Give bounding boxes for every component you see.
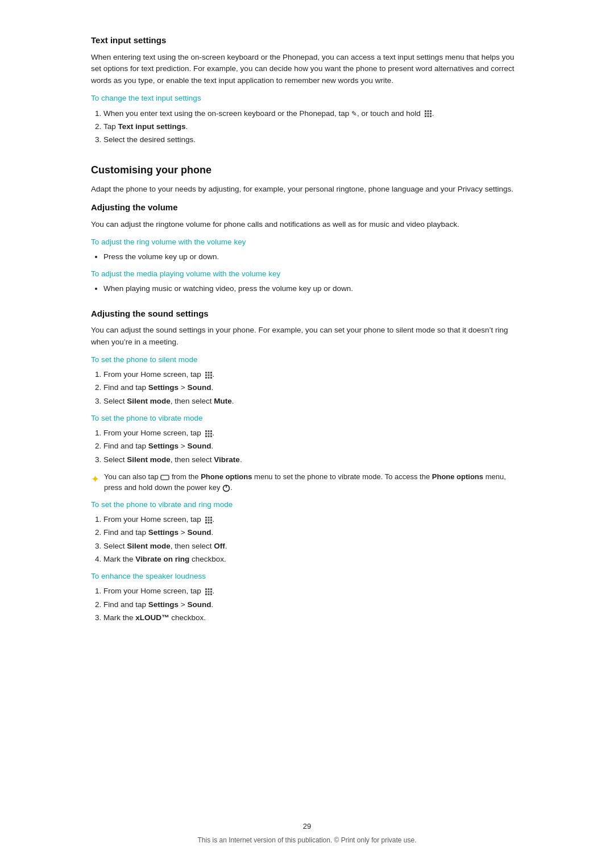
svg-rect-46 bbox=[210, 591, 212, 592]
adjusting-volume-subsection: Adjusting the volume You can adjust the … bbox=[91, 201, 523, 294]
tip-box: ✦ You can also tap from the Phone option… bbox=[91, 471, 523, 493]
tip-icon: ✦ bbox=[91, 472, 99, 487]
page-footer: 29 This is an Internet version of this p… bbox=[0, 821, 614, 846]
svg-rect-1 bbox=[427, 110, 429, 112]
svg-rect-9 bbox=[205, 372, 207, 373]
grid-icon bbox=[205, 516, 213, 524]
svg-rect-19 bbox=[208, 430, 209, 432]
pencil-icon: ✎ bbox=[351, 109, 357, 119]
svg-rect-49 bbox=[210, 593, 212, 595]
customising-phone-title: Customising your phone bbox=[91, 163, 523, 178]
adjusting-sound-body: You can adjust the sound settings in you… bbox=[91, 325, 523, 348]
text-input-settings-title: Text input settings bbox=[91, 34, 523, 47]
page: Text input settings When entering text u… bbox=[0, 0, 614, 868]
change-text-input-heading: To change the text input settings bbox=[91, 93, 523, 104]
svg-rect-6 bbox=[425, 115, 426, 117]
svg-rect-41 bbox=[205, 588, 207, 590]
svg-rect-7 bbox=[427, 115, 429, 117]
media-volume-bullets: When playing music or watching video, pr… bbox=[103, 283, 523, 294]
svg-rect-36 bbox=[208, 519, 209, 521]
power-key-icon bbox=[222, 484, 230, 492]
svg-rect-48 bbox=[208, 593, 209, 595]
svg-rect-34 bbox=[210, 517, 212, 518]
svg-rect-0 bbox=[425, 110, 426, 112]
svg-rect-38 bbox=[205, 522, 207, 524]
grid-icon bbox=[205, 588, 213, 596]
step-item: Find and tap Settings > Sound. bbox=[103, 599, 523, 610]
text-input-settings-body: When entering text using the on-screen k… bbox=[91, 52, 523, 88]
vibrate-mode-steps: From your Home screen, tap . Find and ta… bbox=[103, 427, 523, 466]
svg-rect-37 bbox=[210, 519, 212, 521]
text-input-settings-section: Text input settings When entering text u… bbox=[91, 34, 523, 146]
svg-rect-4 bbox=[427, 113, 429, 114]
svg-rect-15 bbox=[205, 377, 207, 379]
step-item: From your Home screen, tap . bbox=[103, 585, 523, 597]
step-item: From your Home screen, tap . bbox=[103, 514, 523, 525]
svg-rect-2 bbox=[430, 110, 432, 112]
svg-rect-12 bbox=[205, 374, 207, 376]
svg-rect-39 bbox=[208, 522, 209, 524]
step-item: Find and tap Settings > Sound. bbox=[103, 382, 523, 393]
speaker-loudness-heading: To enhance the speaker loudness bbox=[91, 571, 523, 582]
step-item: From your Home screen, tap . bbox=[103, 369, 523, 380]
svg-rect-26 bbox=[210, 435, 212, 437]
svg-rect-14 bbox=[210, 374, 212, 376]
customising-phone-section: Customising your phone Adapt the phone t… bbox=[91, 163, 523, 624]
step-item: From your Home screen, tap . bbox=[103, 427, 523, 439]
svg-rect-47 bbox=[205, 593, 207, 595]
adjusting-sound-subsection: Adjusting the sound settings You can adj… bbox=[91, 308, 523, 624]
adjusting-volume-title: Adjusting the volume bbox=[91, 201, 523, 214]
copyright-text: This is an Internet version of this publ… bbox=[197, 836, 416, 844]
grid-icon bbox=[205, 430, 213, 438]
svg-rect-3 bbox=[425, 113, 426, 114]
silent-mode-steps: From your Home screen, tap . Find and ta… bbox=[103, 369, 523, 407]
svg-rect-16 bbox=[208, 377, 209, 379]
step-item: Mark the Vibrate on ring checkbox. bbox=[103, 554, 523, 565]
grid-icon bbox=[205, 371, 213, 379]
change-text-input-steps: When you enter text using the on-screen … bbox=[103, 108, 523, 146]
step-item: Select Silent mode, then select Off. bbox=[103, 541, 523, 552]
svg-rect-27 bbox=[161, 475, 169, 480]
media-volume-heading: To adjust the media playing volume with … bbox=[91, 268, 523, 280]
vibrate-ring-steps: From your Home screen, tap . Find and ta… bbox=[103, 514, 523, 565]
bullet-item: Press the volume key up or down. bbox=[103, 251, 523, 263]
svg-rect-44 bbox=[205, 591, 207, 592]
step-item: When you enter text using the on-screen … bbox=[103, 108, 523, 119]
svg-rect-21 bbox=[205, 433, 207, 434]
svg-rect-32 bbox=[205, 517, 207, 518]
silent-mode-heading: To set the phone to silent mode bbox=[91, 354, 523, 366]
svg-rect-17 bbox=[210, 377, 212, 379]
step-item: Find and tap Settings > Sound. bbox=[103, 527, 523, 538]
page-number: 29 bbox=[0, 821, 614, 832]
vibrate-icon bbox=[160, 473, 169, 482]
ring-volume-heading: To adjust the ring volume with the volum… bbox=[91, 236, 523, 248]
svg-rect-43 bbox=[210, 588, 212, 590]
step-item: Find and tap Settings > Sound. bbox=[103, 441, 523, 452]
svg-rect-40 bbox=[210, 522, 212, 524]
svg-rect-18 bbox=[205, 430, 207, 432]
svg-rect-24 bbox=[205, 435, 207, 437]
vibrate-mode-heading: To set the phone to vibrate mode bbox=[91, 413, 523, 424]
vibrate-ring-heading: To set the phone to vibrate and ring mod… bbox=[91, 499, 523, 510]
svg-rect-23 bbox=[210, 433, 212, 434]
ring-volume-bullets: Press the volume key up or down. bbox=[103, 251, 523, 263]
svg-rect-13 bbox=[208, 374, 209, 376]
bullet-item: When playing music or watching video, pr… bbox=[103, 283, 523, 294]
step-item: Select Silent mode, then select Vibrate. bbox=[103, 454, 523, 466]
speaker-loudness-steps: From your Home screen, tap . Find and ta… bbox=[103, 585, 523, 624]
svg-rect-25 bbox=[208, 435, 209, 437]
adjusting-sound-title: Adjusting the sound settings bbox=[91, 308, 523, 321]
svg-rect-11 bbox=[210, 372, 212, 373]
svg-rect-10 bbox=[208, 372, 209, 373]
svg-rect-22 bbox=[208, 433, 209, 434]
adjusting-volume-body: You can adjust the ringtone volume for p… bbox=[91, 219, 523, 231]
svg-rect-42 bbox=[208, 588, 209, 590]
step-item: Select Silent mode, then select Mute. bbox=[103, 396, 523, 407]
svg-rect-5 bbox=[430, 113, 432, 114]
step-item: Select the desired settings. bbox=[103, 134, 523, 146]
svg-rect-45 bbox=[208, 591, 209, 592]
change-text-input-subsection: To change the text input settings When y… bbox=[91, 93, 523, 146]
customising-phone-body: Adapt the phone to your needs by adjusti… bbox=[91, 184, 523, 196]
svg-rect-8 bbox=[430, 115, 432, 117]
svg-rect-33 bbox=[208, 517, 209, 518]
